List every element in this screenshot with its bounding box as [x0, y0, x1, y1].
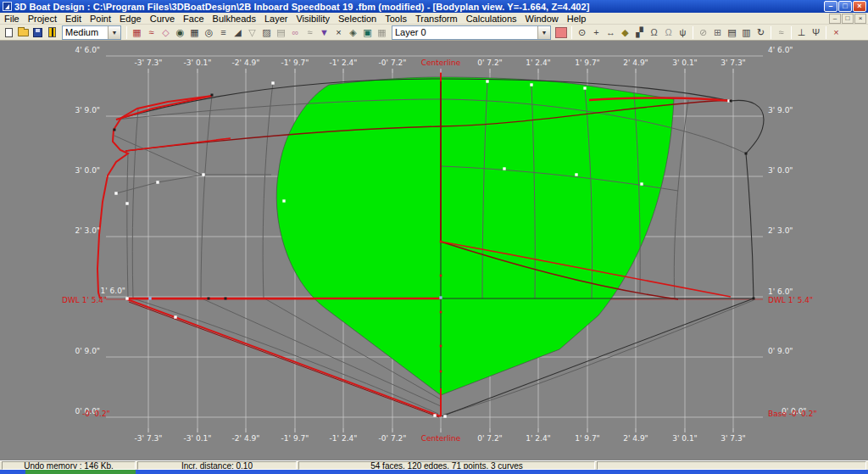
- menu-face[interactable]: Face: [179, 13, 208, 25]
- control-point[interactable]: [745, 153, 748, 155]
- layer-color-swatch[interactable]: [555, 27, 567, 38]
- import-export-icon[interactable]: [45, 25, 59, 39]
- menu-window[interactable]: Window: [521, 13, 563, 25]
- unlock-points-icon[interactable]: Ω: [661, 25, 676, 39]
- selected-point[interactable]: [148, 297, 151, 299]
- mdi-close-button[interactable]: ×: [854, 14, 866, 24]
- precision-select[interactable]: Medium ▼: [62, 25, 121, 40]
- hydrostatics-icon[interactable]: ◈: [346, 25, 360, 39]
- developable-icon[interactable]: ▤: [274, 25, 288, 39]
- mdi-minimize-button[interactable]: –: [829, 14, 841, 24]
- svg-text:-2' 4.9": -2' 4.9": [232, 434, 260, 443]
- animation-icon[interactable]: ▥: [739, 25, 754, 39]
- bodyplan-viewport[interactable]: -3' 7.3" -3' 0.1" -2' 4.9" -1' 9.7" -1' …: [0, 41, 868, 460]
- background-image-icon[interactable]: ▦: [375, 25, 389, 39]
- y-axis-labels-right: 4' 6.0" 3' 9.0" 3' 0.0" 2' 3.0" 1' 6.0" …: [768, 46, 817, 418]
- diagonals-icon[interactable]: ▨: [259, 25, 274, 39]
- restore-button[interactable]: □: [838, 1, 852, 12]
- chevron-down-icon[interactable]: ▼: [108, 26, 120, 39]
- menu-visibility[interactable]: Visibility: [292, 13, 334, 25]
- control-point[interactable]: [282, 199, 285, 202]
- control-point[interactable]: [503, 167, 505, 170]
- bodyplan-drawing[interactable]: -3' 7.3" -3' 0.1" -2' 4.9" -1' 9.7" -1' …: [0, 41, 868, 460]
- menu-bulkheads[interactable]: Bulkheads: [209, 13, 260, 25]
- drag-hand-icon[interactable]: Ψ: [809, 25, 823, 39]
- buttocks-icon[interactable]: ◢: [231, 25, 245, 39]
- disabled-icon[interactable]: ⊘: [696, 25, 710, 39]
- rotate-view-icon[interactable]: ◉: [173, 25, 187, 39]
- stations-icon[interactable]: ≡: [216, 25, 231, 39]
- menu-edge[interactable]: Edge: [115, 13, 146, 25]
- waterlines-icon[interactable]: ▽: [245, 25, 259, 39]
- control-point[interactable]: [443, 415, 446, 417]
- fair-curve-icon[interactable]: ≈: [303, 25, 317, 39]
- mesh-grid-icon[interactable]: ▦: [187, 25, 202, 39]
- control-point[interactable]: [271, 81, 274, 84]
- control-point[interactable]: [753, 298, 755, 300]
- control-point[interactable]: [530, 83, 532, 86]
- control-point[interactable]: [440, 275, 442, 277]
- align-points-icon[interactable]: ↔: [604, 25, 618, 39]
- anchor-icon[interactable]: ψ: [676, 25, 690, 39]
- chevron-down-icon[interactable]: ▼: [537, 26, 550, 39]
- spline-icon[interactable]: ≈: [774, 25, 788, 39]
- lasso-select-icon[interactable]: ∞: [288, 25, 303, 39]
- delete-icon[interactable]: ×: [829, 25, 843, 39]
- lock-points-icon[interactable]: Ω: [647, 25, 661, 39]
- menu-help[interactable]: Help: [563, 13, 591, 25]
- zebra-shading-icon[interactable]: ▼: [317, 25, 331, 39]
- selected-point[interactable]: [439, 296, 442, 298]
- mdi-restore-button[interactable]: □: [842, 14, 854, 24]
- control-point[interactable]: [583, 86, 586, 89]
- menu-selection[interactable]: Selection: [334, 13, 381, 25]
- menu-tools[interactable]: Tools: [381, 13, 411, 25]
- menu-curve[interactable]: Curve: [146, 13, 179, 25]
- menu-layer[interactable]: Layer: [260, 13, 292, 25]
- menu-point[interactable]: Point: [86, 13, 115, 25]
- control-point[interactable]: [225, 298, 227, 300]
- close-button[interactable]: ×: [853, 1, 866, 12]
- render-icon[interactable]: ▣: [360, 25, 375, 39]
- control-point[interactable]: [208, 298, 210, 300]
- layer-select[interactable]: Layer 0 ▼: [392, 25, 551, 40]
- minimize-button[interactable]: –: [824, 1, 837, 12]
- control-point[interactable]: [202, 173, 204, 176]
- new-face-icon[interactable]: ◇: [159, 25, 173, 39]
- control-point[interactable]: [433, 414, 436, 416]
- menu-transform[interactable]: Transform: [411, 13, 462, 25]
- control-point[interactable]: [440, 241, 442, 243]
- menu-calculations[interactable]: Calculations: [462, 13, 521, 25]
- control-point[interactable]: [125, 297, 128, 299]
- control-point[interactable]: [125, 202, 128, 204]
- save-file-icon[interactable]: [31, 25, 45, 39]
- control-point[interactable]: [440, 345, 442, 348]
- control-point[interactable]: [440, 311, 442, 314]
- mirror-icon[interactable]: ▞: [632, 25, 647, 39]
- perspective-view-icon[interactable]: ◎: [202, 25, 216, 39]
- undo-icon[interactable]: ⊙: [575, 25, 589, 39]
- control-point[interactable]: [114, 129, 116, 131]
- move-point-icon[interactable]: +: [589, 25, 604, 39]
- menu-edit[interactable]: Edit: [61, 13, 86, 25]
- control-point[interactable]: [211, 94, 214, 97]
- insert-plane-icon[interactable]: ⊞: [710, 25, 725, 39]
- intersection-icon[interactable]: ×: [331, 25, 346, 39]
- table-icon[interactable]: ▤: [725, 25, 739, 39]
- paint-layer-icon[interactable]: ◆: [618, 25, 632, 39]
- add-curve-icon[interactable]: ≈: [144, 25, 159, 39]
- control-point[interactable]: [440, 371, 442, 373]
- menu-project[interactable]: Project: [24, 13, 61, 25]
- control-point[interactable]: [575, 173, 577, 176]
- menu-file[interactable]: File: [0, 13, 24, 25]
- control-point[interactable]: [174, 315, 176, 318]
- marker-pin-icon[interactable]: ⊥: [794, 25, 809, 39]
- control-point[interactable]: [156, 181, 159, 183]
- control-point[interactable]: [730, 100, 732, 103]
- open-file-icon[interactable]: [16, 25, 31, 39]
- point-grid-icon[interactable]: ▦: [130, 25, 144, 39]
- control-point[interactable]: [486, 80, 488, 82]
- rotate-model-icon[interactable]: ↻: [754, 25, 768, 39]
- new-file-icon[interactable]: [2, 25, 16, 39]
- control-point[interactable]: [114, 192, 117, 194]
- control-point[interactable]: [640, 182, 643, 185]
